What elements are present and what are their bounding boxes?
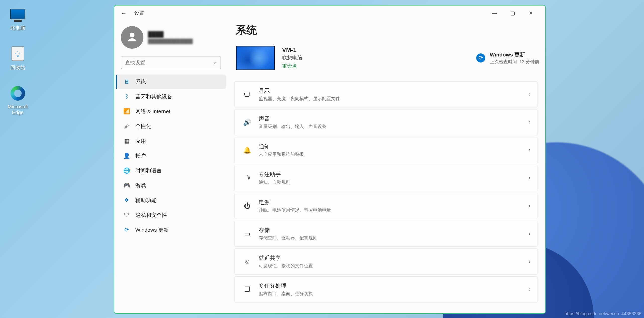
device-maker: 联想电脑	[282, 54, 302, 61]
sidebar-item-bluetooth[interactable]: ᛒ蓝牙和其他设备	[116, 89, 226, 104]
settings-card-power[interactable]: ⏻电源睡眠、电池使用情况、节省电池电量›	[234, 193, 538, 219]
minimize-button[interactable]: ―	[486, 7, 504, 19]
apps-icon: ▦	[123, 138, 130, 144]
card-title: 多任务处理	[259, 282, 313, 290]
sidebar-item-update[interactable]: ⟳Windows 更新	[116, 223, 226, 237]
card-subtitle: 音量级别、输出、输入、声音设备	[259, 123, 327, 130]
sync-icon: ⟳	[476, 53, 485, 62]
search-input[interactable]	[125, 60, 213, 66]
card-subtitle: 监视器、亮度、夜间模式、显示配置文件	[259, 96, 340, 102]
sidebar-item-accounts[interactable]: 👤帐户	[116, 149, 226, 163]
chevron-right-icon: ›	[529, 91, 530, 98]
card-title: 声音	[259, 115, 327, 122]
update-subtitle: 上次检查时间: 13 分钟前	[490, 59, 539, 65]
desktop-icon-recycle-bin[interactable]: 回收站	[4, 45, 32, 71]
sound-icon: 🔊	[242, 118, 253, 126]
card-title: 就近共享	[259, 254, 313, 262]
settings-card-sound[interactable]: 🔊声音音量级别、输出、输入、声音设备›	[234, 109, 538, 135]
settings-card-focus[interactable]: ☽专注助手通知、自动规则›	[234, 165, 538, 191]
update-icon: ⟳	[123, 227, 130, 233]
main-content: 系统 VM-1 联想电脑 重命名 ⟳ Windows 更新 上次检查时间: 13…	[227, 21, 545, 313]
search-box[interactable]: ⌕	[121, 56, 221, 69]
back-button[interactable]: ←	[120, 9, 127, 17]
settings-card-notify[interactable]: 🔔通知来自应用和系统的警报›	[234, 137, 538, 163]
sidebar-item-label: 个性化	[135, 123, 151, 130]
chevron-right-icon: ›	[529, 230, 530, 237]
card-subtitle: 通知、自动规则	[259, 179, 290, 185]
sidebar-item-label: Windows 更新	[135, 226, 169, 233]
card-subtitle: 睡眠、电池使用情况、节省电池电量	[259, 207, 331, 213]
desktop-icon-label: 回收站	[4, 64, 32, 71]
monitor-icon: 🖥	[123, 79, 130, 85]
sidebar: ████ ██████████████ ⌕ 🖥系统ᛒ蓝牙和其他设备📶网络 & I…	[114, 21, 227, 313]
chevron-right-icon: ›	[529, 175, 530, 181]
profile-name: ████	[148, 31, 193, 38]
update-title: Windows 更新	[490, 51, 539, 58]
rename-link[interactable]: 重命名	[282, 63, 297, 70]
sidebar-item-label: 帐户	[135, 152, 146, 159]
desktop-icon-label: Microsoft Edge	[4, 104, 32, 115]
sidebar-item-label: 网络 & Internet	[135, 108, 170, 115]
card-title: 通知	[259, 143, 304, 150]
sidebar-item-label: 游戏	[135, 182, 146, 189]
watermark: https://blog.csdn.net/weixin_44353336	[565, 311, 641, 316]
accessibility-icon: ✲	[123, 197, 130, 204]
chevron-right-icon: ›	[529, 119, 530, 125]
window-title: 设置	[134, 10, 144, 17]
search-icon: ⌕	[213, 60, 217, 66]
sidebar-item-label: 隐私和安全性	[135, 212, 167, 219]
bluetooth-icon: ᛒ	[123, 93, 130, 100]
settings-card-list: 🖵显示监视器、亮度、夜间模式、显示配置文件›🔊声音音量级别、输出、输入、声音设备…	[234, 81, 539, 302]
desktop-icon-edge[interactable]: Microsoft Edge	[4, 84, 32, 115]
sidebar-item-label: 系统	[135, 78, 146, 85]
sidebar-item-label: 蓝牙和其他设备	[135, 93, 172, 100]
profile-block[interactable]: ████ ██████████████	[114, 24, 227, 56]
sidebar-item-monitor[interactable]: 🖥系统	[116, 75, 226, 89]
sidebar-item-apps[interactable]: ▦应用	[116, 134, 226, 148]
gaming-icon: 🎮	[123, 182, 130, 189]
time-lang-icon: 🌐	[123, 167, 130, 174]
notify-icon: 🔔	[242, 146, 253, 154]
chevron-right-icon: ›	[529, 286, 530, 293]
sidebar-item-network[interactable]: 📶网络 & Internet	[116, 104, 226, 119]
privacy-icon: 🛡	[123, 212, 130, 218]
device-thumbnail	[236, 46, 275, 70]
titlebar: ← 设置 ― ▢ ✕	[114, 6, 545, 21]
settings-card-multitask[interactable]: ❐多任务处理贴靠窗口、桌面、任务切换›	[234, 276, 538, 302]
card-subtitle: 可发现性、接收的文件位置	[259, 263, 313, 269]
device-name: VM-1	[282, 46, 302, 53]
power-icon: ⏻	[242, 202, 253, 210]
sidebar-item-privacy[interactable]: 🛡隐私和安全性	[116, 208, 226, 222]
card-subtitle: 来自应用和系统的警报	[259, 151, 304, 157]
nav-list: 🖥系统ᛒ蓝牙和其他设备📶网络 & Internet🖌个性化▦应用👤帐户🌐时间和语…	[114, 73, 227, 237]
desktop-icon-this-pc[interactable]: 此电脑	[4, 5, 32, 31]
sidebar-item-accessibility[interactable]: ✲辅助功能	[116, 193, 226, 208]
edge-icon	[11, 86, 25, 101]
avatar-icon	[121, 26, 143, 49]
close-button[interactable]: ✕	[522, 7, 540, 19]
card-title: 专注助手	[259, 171, 290, 178]
sidebar-item-personalize[interactable]: 🖌个性化	[116, 119, 226, 134]
settings-card-storage[interactable]: ▭存储存储空间、驱动器、配置规则›	[234, 221, 538, 247]
card-title: 显示	[259, 87, 340, 95]
recycle-bin-icon	[12, 46, 24, 61]
settings-card-share[interactable]: ⎋就近共享可发现性、接收的文件位置›	[234, 248, 538, 275]
sidebar-item-label: 辅助功能	[135, 197, 156, 204]
card-title: 存储	[259, 226, 317, 234]
card-subtitle: 存储空间、驱动器、配置规则	[259, 235, 317, 241]
share-icon: ⎋	[242, 258, 253, 266]
chevron-right-icon: ›	[529, 203, 530, 209]
maximize-button[interactable]: ▢	[504, 7, 522, 19]
sidebar-item-label: 时间和语言	[135, 167, 162, 174]
sidebar-item-gaming[interactable]: 🎮游戏	[116, 178, 226, 193]
sidebar-item-label: 应用	[135, 138, 146, 145]
card-subtitle: 贴靠窗口、桌面、任务切换	[259, 291, 313, 297]
network-icon: 📶	[123, 108, 130, 115]
focus-icon: ☽	[242, 174, 253, 182]
windows-update-tile[interactable]: ⟳ Windows 更新 上次检查时间: 13 分钟前	[476, 51, 539, 65]
desktop-icon-label: 此电脑	[4, 25, 32, 31]
sidebar-item-time-lang[interactable]: 🌐时间和语言	[116, 163, 226, 178]
pc-icon	[10, 9, 25, 19]
chevron-right-icon: ›	[529, 258, 530, 265]
settings-card-display[interactable]: 🖵显示监视器、亮度、夜间模式、显示配置文件›	[234, 81, 538, 107]
